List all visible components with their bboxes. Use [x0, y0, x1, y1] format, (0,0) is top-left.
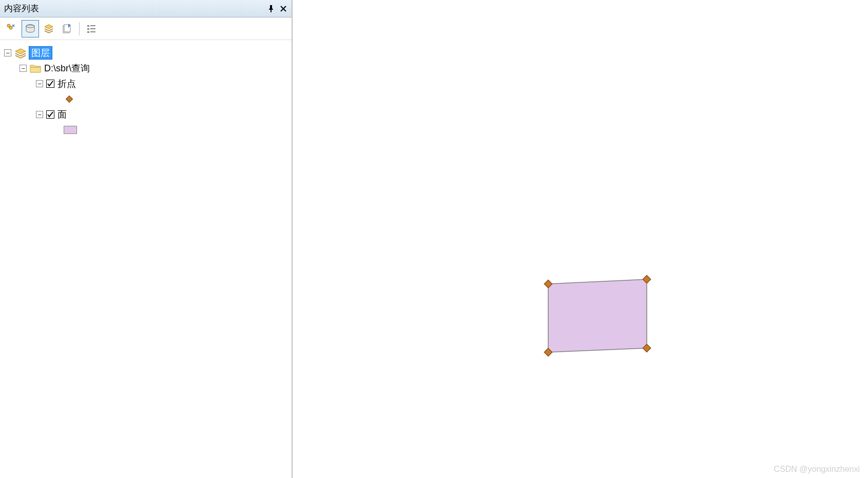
layers-icon — [14, 48, 26, 58]
svg-marker-12 — [548, 279, 647, 352]
tree-layer-row[interactable]: − 折点 — [4, 76, 287, 91]
visibility-checkbox[interactable] — [46, 80, 54, 88]
pin-icon[interactable] — [267, 5, 275, 13]
svg-rect-10 — [87, 31, 89, 33]
layer-label[interactable]: 折点 — [57, 78, 76, 90]
options-button[interactable] — [83, 20, 100, 37]
tree-layer-row[interactable]: − 面 — [4, 107, 287, 122]
layer-tree: − 图层 − D:\sbr\查询 — [0, 40, 292, 478]
expander-icon[interactable]: − — [36, 111, 43, 118]
svg-rect-7 — [90, 25, 95, 26]
toc-header: 内容列表 — [0, 0, 292, 17]
visibility-checkbox[interactable] — [46, 110, 54, 119]
point-symbol-icon — [66, 95, 73, 103]
list-by-drawing-order-button[interactable] — [3, 20, 21, 37]
root-label[interactable]: 图层 — [29, 46, 52, 60]
svg-rect-6 — [87, 25, 89, 27]
svg-point-1 — [9, 26, 12, 29]
toc-toolbar — [0, 17, 292, 40]
map-view[interactable]: CSDN @yongxinzhenxi — [293, 0, 868, 478]
expander-icon[interactable]: − — [4, 49, 11, 56]
svg-rect-9 — [90, 28, 95, 29]
layer-label[interactable]: 面 — [57, 108, 67, 121]
close-icon[interactable] — [279, 5, 287, 13]
list-by-selection-button[interactable] — [59, 20, 76, 37]
tree-symbol-row[interactable] — [4, 122, 287, 138]
polygon-feature[interactable] — [544, 276, 657, 358]
watermark: CSDN @yongxinzhenxi — [774, 465, 860, 474]
tree-folder-row[interactable]: − D:\sbr\查询 — [4, 61, 287, 76]
list-by-source-button[interactable] — [22, 20, 39, 37]
toolbar-separator — [79, 22, 80, 35]
expander-icon[interactable]: − — [36, 80, 43, 87]
list-by-visibility-button[interactable] — [40, 20, 57, 37]
svg-rect-11 — [90, 31, 95, 32]
folder-icon — [30, 64, 41, 73]
toc-panel: 内容列表 — [0, 0, 293, 478]
tree-root-row[interactable]: − 图层 — [4, 45, 287, 61]
tree-symbol-row[interactable] — [4, 91, 287, 107]
expander-icon[interactable]: − — [20, 65, 27, 72]
panel-title: 内容列表 — [4, 3, 39, 14]
polygon-symbol-icon — [64, 126, 77, 134]
folder-label[interactable]: D:\sbr\查询 — [44, 62, 90, 74]
svg-rect-8 — [87, 28, 89, 30]
